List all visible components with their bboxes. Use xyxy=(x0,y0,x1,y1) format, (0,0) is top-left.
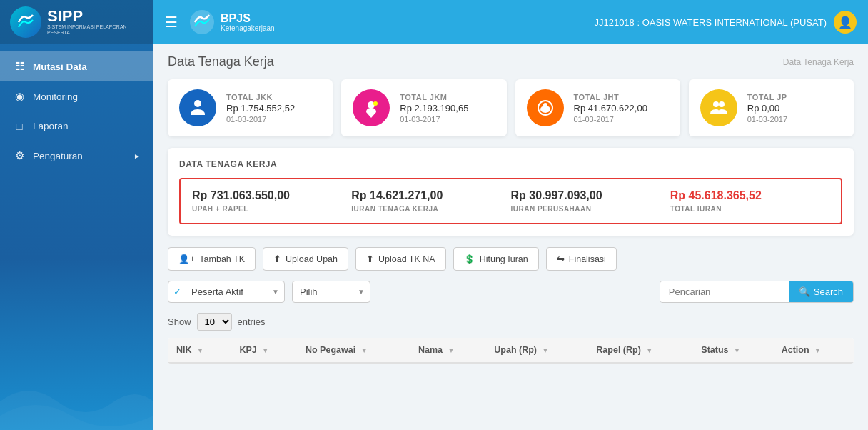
hitung-iuran-icon: 💲 xyxy=(464,254,475,264)
hamburger-icon[interactable]: ☰ xyxy=(165,14,178,31)
dtk-value-iuran-perusahaan: Rp 30.997.093,00 xyxy=(511,189,670,202)
dtk-label-iuran-perusahaan: IURAN PERUSAHAAN xyxy=(511,205,670,213)
dtk-value-upah: Rp 731.063.550,00 xyxy=(192,189,351,202)
action-buttons: 👤+ Tambah TK ⬆ Upload Upah ⬆ Upload TK N… xyxy=(168,247,854,271)
sidebar-item-label-mutasi: Mutasi Data xyxy=(33,61,87,72)
dtk-value-iuran-tk: Rp 14.621.271,00 xyxy=(351,189,510,202)
dtk-section: DATA TENAGA KERJA Rp 731.063.550,00 UPAH… xyxy=(168,148,854,236)
svg-point-6 xyxy=(543,103,547,107)
sidebar-item-monitoring[interactable]: ◉ Monitoring xyxy=(0,81,153,111)
finalisasi-icon: ⇋ xyxy=(557,254,565,264)
jkm-date: 01-03-2017 xyxy=(400,115,468,124)
sort-icon-status[interactable]: ▼ xyxy=(734,347,740,354)
upload-tk-na-icon: ⬆ xyxy=(366,254,374,264)
jkk-value: Rp 1.754.552,52 xyxy=(226,103,295,114)
jkk-label: TOTAL JKK xyxy=(226,93,295,101)
dtk-section-title: DATA TENAGA KERJA xyxy=(179,159,842,169)
jp-value: Rp 0,00 xyxy=(747,103,787,114)
sort-icon-nik[interactable]: ▼ xyxy=(197,347,203,354)
pilih-select[interactable]: Pilih Option 1 xyxy=(292,281,370,303)
card-jht: TOTAL JHT Rp 41.670.622,00 01-03-2017 xyxy=(515,79,680,136)
jht-info: TOTAL JHT Rp 41.670.622,00 01-03-2017 xyxy=(574,93,647,124)
hitung-iuran-button[interactable]: 💲 Hitung Iuran xyxy=(453,247,539,271)
col-rapel: Rapel (Rp) ▼ xyxy=(587,338,692,363)
data-table: NIK ▼ KPJ ▼ No Pegawai ▼ Nama xyxy=(168,338,854,364)
col-upah: Upah (Rp) ▼ xyxy=(485,338,587,363)
sidebar-item-mutasi-data[interactable]: ☷ Mutasi Data xyxy=(0,51,153,81)
jkk-icon xyxy=(179,89,216,126)
logo-subtitle: SISTEM INFORMASI PELAPORAN PESERTA xyxy=(47,24,143,36)
entries-label: entries xyxy=(238,316,266,327)
main-area: ☰ BPJS Ketenagakerjaan JJ121018 : OASIS … xyxy=(153,0,868,430)
jkm-icon xyxy=(353,89,390,126)
dtk-value-total: Rp 45.618.365,52 xyxy=(670,189,829,202)
search-button[interactable]: 🔍 Search xyxy=(789,281,853,302)
dtk-item-upah: Rp 731.063.550,00 UPAH + RAPEL xyxy=(192,189,351,213)
page-title: Data Tenaga Kerja xyxy=(168,54,274,69)
filter-row: ✓ Peserta Aktif Peserta Non-Aktif ▼ Pili… xyxy=(168,281,854,303)
page-header: Data Tenaga Kerja Data Tenaga Kerja xyxy=(168,54,854,69)
sort-icon-action[interactable]: ▼ xyxy=(814,347,821,354)
col-status: Status ▼ xyxy=(692,338,772,363)
search-box: 🔍 Search xyxy=(660,281,854,303)
user-info-text: JJ121018 : OASIS WATERS INTERNATIONAL (P… xyxy=(594,17,827,28)
jkk-date: 01-03-2017 xyxy=(226,115,295,124)
logo-text: SIPP SISTEM INFORMASI PELAPORAN PESERTA xyxy=(47,9,143,36)
upload-tk-na-button[interactable]: ⬆ Upload TK NA xyxy=(355,247,446,271)
sidebar-item-label-monitoring: Monitoring xyxy=(33,91,78,102)
col-no-pegawai: No Pegawai ▼ xyxy=(297,338,410,363)
svg-point-7 xyxy=(713,101,719,107)
col-kpj: KPJ ▼ xyxy=(231,338,296,363)
sort-icon-rapel[interactable]: ▼ xyxy=(646,347,652,354)
sidebar-item-laporan[interactable]: □ Laporan xyxy=(0,111,153,141)
checkmark-icon: ✓ xyxy=(173,286,181,297)
monitoring-icon: ◉ xyxy=(13,90,26,103)
sort-icon-no-pegawai[interactable]: ▼ xyxy=(361,347,368,354)
jkm-label: TOTAL JKM xyxy=(400,93,468,101)
jht-value: Rp 41.670.622,00 xyxy=(574,103,647,114)
search-input[interactable] xyxy=(660,281,789,302)
jp-info: TOTAL JP Rp 0,00 01-03-2017 xyxy=(747,93,787,124)
card-jkk: TOTAL JKK Rp 1.754.552,52 01-03-2017 xyxy=(168,79,333,136)
jht-icon xyxy=(527,89,564,126)
sort-icon-upah[interactable]: ▼ xyxy=(542,347,549,354)
jkm-value: Rp 2.193.190,65 xyxy=(400,103,468,114)
table-header-row: NIK ▼ KPJ ▼ No Pegawai ▼ Nama xyxy=(168,338,854,363)
sort-icon-kpj[interactable]: ▼ xyxy=(262,347,268,354)
jp-label: TOTAL JP xyxy=(747,93,787,101)
breadcrumb: Data Tenaga Kerja xyxy=(783,57,854,67)
dtk-item-iuran-perusahaan: Rp 30.997.093,00 IURAN PERUSAHAAN xyxy=(511,189,670,213)
sidebar-item-label-pengaturan: Pengaturan xyxy=(33,151,83,161)
svg-point-1 xyxy=(194,100,201,107)
jht-label: TOTAL JHT xyxy=(574,93,647,101)
pengaturan-icon: ⚙ xyxy=(13,149,26,162)
entries-select[interactable]: 10 25 50 xyxy=(197,313,232,331)
tambah-tk-icon: 👤+ xyxy=(178,254,195,264)
bpjs-text: BPJS Ketenagakerjaan xyxy=(221,12,275,33)
status-select[interactable]: Peserta Aktif Peserta Non-Aktif xyxy=(168,281,285,303)
sort-icon-nama[interactable]: ▼ xyxy=(448,347,454,354)
avatar-icon: 👤 xyxy=(838,16,852,29)
avatar[interactable]: 👤 xyxy=(834,11,857,34)
search-icon: 🔍 xyxy=(799,286,810,297)
sidebar-item-pengaturan[interactable]: ⚙ Pengaturan ► xyxy=(0,141,153,171)
finalisasi-button[interactable]: ⇋ Finalisasi xyxy=(546,247,617,271)
bpjs-logo-icon xyxy=(189,9,215,35)
content-area: Data Tenaga Kerja Data Tenaga Kerja TOTA… xyxy=(153,44,868,430)
bpjs-sub-label: Ketenagakerjaan xyxy=(221,24,275,32)
jp-icon xyxy=(700,89,737,126)
col-action: Action ▼ xyxy=(773,338,854,363)
svg-point-3 xyxy=(373,101,378,106)
upload-upah-button[interactable]: ⬆ Upload Upah xyxy=(263,247,348,271)
dtk-item-iuran-tk: Rp 14.621.271,00 IURAN TENAGA KERJA xyxy=(351,189,510,213)
chevron-right-icon: ► xyxy=(133,152,141,160)
mutasi-data-icon: ☷ xyxy=(13,60,26,73)
tambah-tk-button[interactable]: 👤+ Tambah TK xyxy=(168,247,256,271)
logo-icon xyxy=(10,6,41,38)
sidebar-decoration xyxy=(0,344,153,430)
jp-date: 01-03-2017 xyxy=(747,115,787,124)
upload-upah-icon: ⬆ xyxy=(273,254,281,264)
status-select-wrapper: ✓ Peserta Aktif Peserta Non-Aktif ▼ xyxy=(168,281,285,303)
card-jp: TOTAL JP Rp 0,00 01-03-2017 xyxy=(689,79,854,136)
dtk-label-upah: UPAH + RAPEL xyxy=(192,205,351,213)
